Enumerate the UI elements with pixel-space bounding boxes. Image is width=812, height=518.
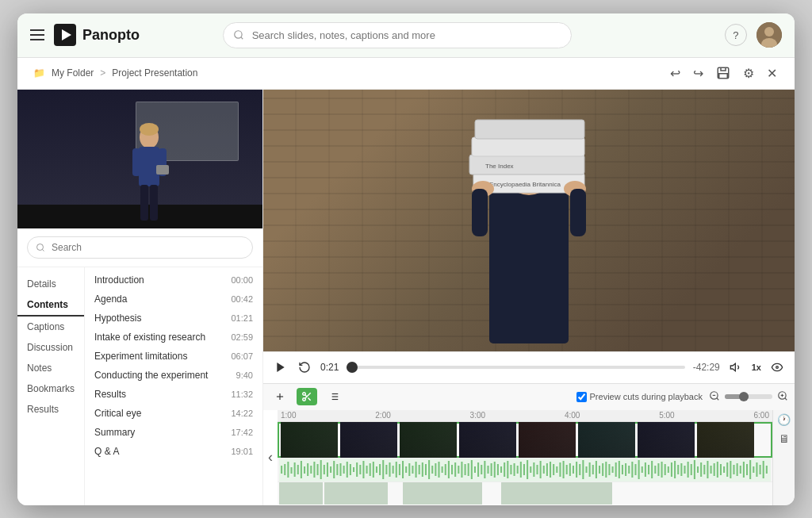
svg-rect-135 (556, 466, 557, 473)
progress-thumb[interactable] (347, 362, 358, 373)
zoom-out-button[interactable] (709, 390, 720, 404)
svg-rect-126 (527, 460, 528, 479)
play-button[interactable] (273, 359, 289, 375)
svg-rect-140 (573, 466, 574, 474)
list-button[interactable] (324, 388, 344, 405)
avatar[interactable] (756, 22, 782, 48)
content-list-item[interactable]: Experiment limitations06:07 (85, 347, 262, 366)
content-list-item[interactable]: Conducting the experiment9:40 (85, 366, 262, 385)
timeline-back-button[interactable]: ‹ (265, 449, 276, 466)
close-button[interactable]: ✕ (765, 64, 779, 82)
help-button[interactable]: ? (725, 24, 747, 46)
svg-rect-86 (396, 462, 397, 478)
global-search-bar (223, 22, 572, 48)
svg-rect-105 (458, 466, 459, 474)
svg-rect-88 (402, 461, 404, 478)
svg-rect-119 (504, 462, 505, 477)
tab-results[interactable]: Results (17, 399, 84, 420)
svg-rect-149 (602, 463, 603, 476)
settings-button[interactable]: ⚙ (741, 64, 756, 82)
tab-notes[interactable]: Notes (17, 358, 84, 378)
content-list-item[interactable]: Hypothesis01:21 (85, 309, 262, 328)
svg-rect-56 (297, 465, 299, 474)
cursor-button[interactable] (270, 388, 290, 405)
speed-button[interactable]: 1x (752, 363, 761, 372)
timeline-clock-button[interactable]: 🕐 (777, 413, 791, 426)
zoom-in-button[interactable] (777, 390, 788, 404)
preview-cuts-checkbox[interactable] (576, 392, 587, 402)
svg-rect-101 (445, 464, 446, 475)
svg-point-33 (303, 398, 306, 401)
svg-rect-9 (132, 148, 140, 176)
content-list-item[interactable]: Q & A19:01 (85, 442, 262, 461)
tab-details[interactable]: Details (17, 274, 84, 294)
timeline-screen-button[interactable]: 🖥 (779, 432, 790, 445)
menu-button[interactable] (30, 29, 44, 40)
svg-rect-25 (472, 189, 488, 236)
undo-button[interactable]: ↩ (668, 64, 682, 82)
panel-search (17, 228, 262, 267)
tab-bookmarks[interactable]: Bookmarks (17, 378, 84, 399)
svg-rect-127 (530, 466, 531, 473)
svg-rect-117 (497, 464, 499, 475)
tab-discussion[interactable]: Discussion (17, 337, 84, 358)
content-list-item[interactable]: Agenda00:42 (85, 290, 262, 309)
svg-rect-26 (570, 189, 586, 236)
svg-rect-12 (140, 185, 148, 221)
svg-rect-106 (461, 462, 462, 478)
svg-rect-11 (156, 165, 169, 175)
svg-rect-51 (281, 466, 282, 474)
save-button[interactable] (714, 64, 732, 82)
tab-captions[interactable]: Captions (17, 317, 84, 337)
svg-rect-111 (477, 462, 479, 477)
svg-rect-178 (697, 466, 699, 473)
replay-button[interactable] (297, 359, 312, 375)
svg-rect-102 (448, 461, 450, 478)
panopto-logo-icon (54, 24, 76, 46)
svg-rect-115 (491, 463, 492, 476)
breadcrumb-folder[interactable]: My Folder (52, 67, 94, 79)
svg-rect-62 (317, 464, 319, 475)
content-list-item[interactable]: Intake of existing research02:59 (85, 328, 262, 347)
breadcrumb-actions: ↩ ↪ ⚙ ✕ (668, 64, 779, 82)
app-title: Panopto (82, 27, 140, 44)
svg-rect-168 (665, 464, 666, 475)
content-list-item[interactable]: Critical eye14:22 (85, 404, 262, 423)
ruler-mark-5: 5:00 (659, 411, 674, 420)
svg-rect-161 (642, 466, 643, 473)
tab-labels: Details Contents Captions Discussion Not… (17, 267, 85, 505)
svg-rect-13 (150, 185, 158, 221)
svg-rect-174 (684, 466, 685, 474)
timeline-sidebar-right: 🕐 🖥 (772, 410, 795, 505)
tab-contents[interactable]: Contents (17, 294, 84, 317)
svg-rect-138 (566, 465, 568, 474)
svg-line-35 (308, 397, 310, 400)
video-track[interactable] (278, 422, 772, 459)
svg-rect-164 (651, 461, 653, 478)
svg-rect-130 (540, 461, 542, 478)
video-thumb-8 (697, 422, 754, 459)
svg-rect-58 (304, 466, 305, 474)
progress-bar[interactable] (347, 366, 684, 369)
video-thumb-5 (519, 422, 576, 459)
svg-rect-133 (550, 462, 551, 478)
redo-button[interactable]: ↪ (691, 64, 705, 82)
global-search-input[interactable] (223, 22, 572, 48)
folder-icon: 📁 (33, 67, 45, 79)
view-button[interactable] (769, 359, 785, 375)
volume-button[interactable] (728, 359, 744, 375)
svg-rect-120 (507, 461, 508, 478)
svg-text:The Index: The Index (485, 163, 514, 170)
tab-sidebar: Details Contents Captions Discussion Not… (17, 267, 262, 505)
svg-rect-154 (619, 461, 620, 478)
content-list-item[interactable]: Results11:32 (85, 385, 262, 404)
svg-rect-77 (366, 466, 368, 474)
svg-rect-163 (648, 465, 649, 474)
zoom-slider[interactable] (725, 394, 772, 399)
cut-button[interactable] (297, 388, 317, 405)
svg-rect-52 (284, 464, 285, 475)
svg-rect-122 (514, 463, 515, 476)
content-list-item[interactable]: Summary17:42 (85, 423, 262, 442)
content-search-input[interactable] (27, 236, 253, 259)
content-list-item[interactable]: Introduction00:00 (85, 271, 262, 290)
